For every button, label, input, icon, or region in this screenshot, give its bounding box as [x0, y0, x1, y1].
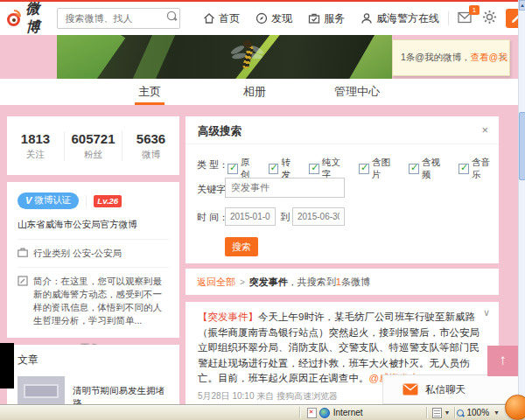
- followers-label: 粉丝: [65, 149, 122, 161]
- weibo-logo[interactable]: 微博: [7, 0, 50, 37]
- checkbox-with-image[interactable]: 含图片: [359, 157, 399, 181]
- checkbox-checked-icon: [409, 164, 419, 174]
- statusbar-divider: [299, 407, 300, 418]
- chevron-down-icon[interactable]: ∨: [483, 307, 490, 318]
- compass-icon: [256, 12, 268, 24]
- post-tag: 【突发事件】: [198, 312, 258, 322]
- nav-item-home[interactable]: 首页: [203, 11, 240, 26]
- tab-album[interactable]: 相册: [243, 79, 266, 105]
- chevron-down-icon[interactable]: ▼: [444, 410, 451, 416]
- toast-close-icon[interactable]: ×: [500, 52, 505, 62]
- nav-item-discover[interactable]: 发现: [256, 11, 292, 26]
- stat-following[interactable]: 1813 关注: [7, 131, 64, 161]
- vertical-scrollbar[interactable]: ▲: [518, 0, 525, 404]
- verified-badge[interactable]: V微博认证: [18, 192, 79, 209]
- browser-status-bar: Internet ▼ 100% ▼: [0, 404, 525, 420]
- post-content: 今天上午9时许，某毛纺厂公司班车行驶至新威路（振华商厦南青岛银行站点）突然起火，…: [198, 312, 480, 383]
- articles-card: 文章 清明节期间易发生拥堵路...: [7, 345, 179, 404]
- tab-manage-center[interactable]: 管理中心: [334, 79, 380, 105]
- stat-posts[interactable]: 5636 微博: [122, 131, 179, 161]
- advanced-search-title: 高级搜索: [198, 125, 242, 137]
- tab-home[interactable]: 主页: [138, 79, 161, 105]
- date-to-label: 到: [280, 211, 290, 224]
- zoom-level-label[interactable]: 100%: [466, 408, 489, 417]
- person-icon: [360, 12, 373, 24]
- stat-followers[interactable]: 605721 粉丝: [64, 131, 122, 161]
- nav-item-label: 服务: [324, 11, 345, 26]
- banner-leaf: [124, 35, 176, 79]
- weibo-logo-icon: [7, 10, 22, 27]
- statusbar-divider: [454, 407, 455, 418]
- dragonfly-image: [228, 38, 267, 77]
- checkbox-checked-icon: [228, 164, 238, 174]
- time-label: 时 间：: [197, 211, 228, 224]
- back-to-all-link[interactable]: 返回全部: [197, 276, 235, 289]
- posts-count: 5636: [122, 131, 179, 146]
- assistant-ball[interactable]: [505, 395, 525, 420]
- checkbox-checked-icon: [359, 164, 369, 174]
- compatibility-view-icon[interactable]: [432, 408, 442, 418]
- checkbox-label: 含音乐: [472, 157, 499, 181]
- checkbox-label: 含图片: [372, 157, 399, 181]
- navbar-divider: [448, 11, 449, 25]
- statusbar-divider: [426, 407, 427, 418]
- arrow-up-icon: ↑: [499, 352, 507, 368]
- settings-button[interactable]: [482, 10, 497, 28]
- profile-info-card: V微博认证 Lv.26 山东省威海市公安局官方微博 行业类别 公安-公安局 简介…: [7, 182, 179, 338]
- chevron-down-icon[interactable]: ▼: [494, 410, 500, 416]
- following-count: 1813: [7, 131, 64, 146]
- mention-notification-toast: 1条@我的微博，查看@我 ×: [392, 39, 510, 76]
- toast-text: 1条@我的微博，: [401, 52, 471, 64]
- profile-page: 1条@我的微博，查看@我 × 主页 相册 管理中心 1813 关注 605721…: [0, 35, 518, 404]
- checkbox-checked-icon: [458, 164, 469, 174]
- home-icon: [203, 12, 215, 24]
- following-label: 关注: [7, 149, 64, 161]
- keyword-input[interactable]: [225, 178, 345, 198]
- private-message-panel[interactable]: 私信聊天: [382, 374, 525, 404]
- checkbox-with-video[interactable]: 含视频: [409, 157, 449, 181]
- breadcrumb-separator: >: [240, 277, 245, 287]
- search-submit-button[interactable]: 搜索: [225, 237, 258, 256]
- nav-item-account[interactable]: 威海警方在线: [360, 11, 439, 26]
- advanced-search-header: 高级搜索 ×: [186, 116, 499, 144]
- nav-item-service[interactable]: 服务: [308, 11, 345, 26]
- profile-tabs: 主页 相册 管理中心: [0, 79, 518, 105]
- scrollbar-up-arrow-icon[interactable]: ▲: [519, 0, 525, 10]
- badge-row: V微博认证 Lv.26: [18, 192, 169, 209]
- date-from-input[interactable]: [225, 207, 276, 226]
- envelope-icon: [402, 383, 418, 396]
- navbar-search: [57, 8, 180, 29]
- private-message-label: 私信聊天: [425, 383, 466, 396]
- screen-artifact-black-block: [0, 343, 14, 388]
- date-to-input[interactable]: [292, 207, 345, 226]
- cover-photo-dragonfly: [57, 35, 392, 79]
- zoom-magnifier-icon[interactable]: [457, 410, 464, 416]
- level-badge[interactable]: Lv.26: [94, 195, 122, 207]
- panel-close-icon[interactable]: ×: [481, 116, 488, 144]
- profile-description: 山东省威海市公安局官方微博: [18, 219, 169, 240]
- back-to-top-button[interactable]: ↑: [487, 346, 518, 376]
- industry-row: 行业类别 公安-公安局: [18, 240, 169, 268]
- banner-leaf: [57, 35, 125, 79]
- navbar-right-tools: 1: [448, 9, 525, 28]
- search-icon[interactable]: [167, 11, 176, 20]
- articles-title: 文章: [18, 353, 169, 368]
- search-input[interactable]: [57, 8, 180, 29]
- advanced-search-panel: 高级搜索 × 类 型： 原创 转发 纯文字 含图片 含视频 含音乐 关键字： 时…: [186, 116, 499, 263]
- followers-count: 605721: [65, 131, 122, 146]
- protected-mode-icon: [307, 408, 317, 418]
- notifications-button[interactable]: 1: [458, 11, 473, 25]
- scrollbar-thumb[interactable]: [519, 112, 525, 180]
- checkbox-with-music[interactable]: 含音乐: [458, 157, 499, 181]
- search-result-breadcrumb: 返回全部 > 突发事件，共搜索到1条微博: [186, 269, 499, 295]
- browser-viewport: 微博 首页 发现: [0, 0, 525, 420]
- top-accent-line: [0, 0, 525, 2]
- verified-v-icon: V: [25, 195, 32, 206]
- intro-text: 简介：在这里，您可以观察到最新的威海警方动态，感受到不一样的资讯信息，体悟到不同…: [33, 275, 169, 327]
- internet-zone-icon: [319, 408, 330, 418]
- navbar-links: 首页 发现 服务: [203, 11, 439, 26]
- note-icon: [18, 276, 28, 286]
- security-zone-label: Internet: [333, 408, 363, 417]
- type-label: 类 型：: [197, 158, 228, 172]
- checkbox-label: 含视频: [422, 157, 449, 181]
